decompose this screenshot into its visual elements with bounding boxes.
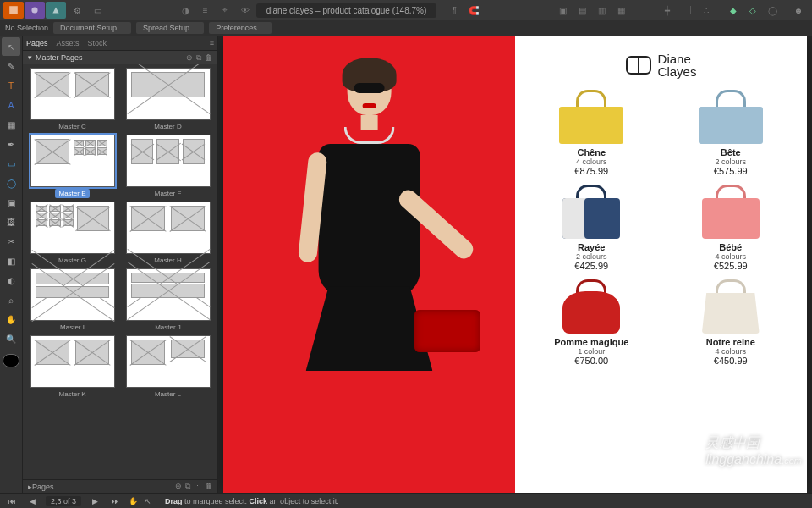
product-colours: 4 colours [715,347,746,356]
view-hand-tool[interactable]: ✋ [2,310,20,329]
product-item: Chêne4 colours€875.99 [530,90,653,176]
toggle-baseline-icon[interactable]: ≡ [196,2,215,19]
place-image-tool[interactable]: 🖼 [2,213,20,231]
tab-assets[interactable]: Assets [57,39,80,47]
hand-hint-icon: ✋ [129,497,138,505]
master-page-item[interactable]: Master L [123,335,212,399]
bag-icon [556,279,627,334]
product-colours: 4 colours [576,157,607,166]
prev-page-button[interactable]: ◀ [25,497,39,505]
toggle-snapping-icon[interactable]: ⌖ [216,2,234,19]
page-left[interactable] [223,36,515,493]
last-page-button[interactable]: ⏭ [108,497,122,505]
master-page-label: Master I [57,323,88,332]
distribute-icon[interactable]: ∴ [697,2,716,19]
page-options-icon[interactable]: ⋯ [194,482,201,491]
preferences-button[interactable]: Preferences… [209,22,272,34]
duplicate-page-icon[interactable]: ⧉ [185,482,190,491]
arrange-back-icon[interactable]: ▣ [553,2,572,19]
add-page-icon[interactable]: ⊕ [175,482,182,491]
tool-rail: ↖ ✎ T A ▦ ✒ ▭ ◯ ▣ 🖼 ✂ ◧ ◐ ⌕ ✋ 🔍 [0,36,22,493]
align-center-icon[interactable]: ┿ [658,2,677,19]
tab-stock[interactable]: Stock [88,39,107,47]
arrange-backward-icon[interactable]: ▤ [573,2,591,19]
master-page-item[interactable]: Master J [123,268,212,332]
master-page-label: Master D [151,122,184,131]
fill-tool[interactable]: ◧ [2,251,20,270]
product-item: Rayée2 colours€425.99 [530,185,653,271]
master-page-item[interactable]: Master I [28,268,117,332]
pen-tool[interactable]: ✒ [2,135,20,153]
stroke-fill-well[interactable] [3,354,19,367]
transparency-tool[interactable]: ◐ [2,271,20,290]
duplicate-master-icon[interactable]: ⧉ [196,53,201,63]
bag-icon [695,279,766,334]
status-bar: ⏮ ◀ 2,3 of 3 ▶ ⏭ ✋ ↖ Drag to marquee sel… [0,493,812,508]
vector-crop-tool[interactable]: ✂ [2,232,20,251]
page-counter[interactable]: 2,3 of 3 [46,496,81,506]
master-page-item[interactable]: Master D [123,68,212,131]
context-toolbar: No Selection Document Setup… Spread Setu… [0,20,812,36]
view-mode-icon[interactable]: 👁 [236,2,255,19]
master-page-item[interactable]: Master K [28,335,117,399]
next-page-button[interactable]: ▶ [88,497,102,505]
master-page-item[interactable]: Master C [28,68,117,131]
bag-icon [556,90,627,144]
status-hint: Drag to marquee select. Click an object … [165,497,339,505]
app-tab-publisher[interactable] [3,2,24,19]
artistic-text-tool[interactable]: A [2,96,20,114]
delete-page-icon[interactable]: 🗑 [205,482,212,491]
spread-setup-button[interactable]: Spread Setup… [136,22,204,34]
colour-picker-tool[interactable]: ⌕ [2,290,20,309]
align-left-icon[interactable]: ⎸ [639,2,657,19]
master-page-item[interactable]: Master F [123,135,212,198]
canvas[interactable]: Diane Clayes Chêne4 colours€875.99Bête2 … [218,36,812,493]
document-setup-button[interactable]: Document Setup… [53,22,131,34]
text-frame-tool[interactable]: T [2,76,20,95]
node-tool[interactable]: ✎ [2,57,20,75]
master-pages-header: Master Pages [36,53,83,62]
zoom-tool[interactable]: 🔍 [2,329,20,348]
delete-master-icon[interactable]: 🗑 [205,53,212,63]
picture-frame-tool[interactable]: ▣ [2,193,20,212]
brand-lockup: Diane Clayes [626,52,697,78]
product-colours: 2 colours [576,252,607,261]
insert-green2-icon[interactable]: ◇ [743,2,762,19]
master-page-label: Master K [55,389,89,399]
master-page-label: Master F [151,189,185,198]
master-page-label: Master J [151,323,184,332]
master-page-label: Master H [151,256,184,265]
insert-circle-icon[interactable]: ◯ [763,2,782,19]
insert-green1-icon[interactable]: ◆ [724,2,743,19]
shape-rectangle-tool[interactable]: ▭ [2,154,20,173]
table-tool[interactable]: ▦ [2,115,20,134]
persona-settings-icon[interactable]: ⚙ [68,2,86,19]
arrange-front-icon[interactable]: ▦ [612,2,630,19]
product-price: €450.99 [714,356,748,366]
product-name: Bébé [719,242,742,252]
first-page-button[interactable]: ⏮ [5,497,19,505]
app-tab-designer[interactable] [46,2,66,19]
bag-icon [556,185,627,239]
app-tab-photo[interactable] [25,2,45,19]
arrange-forward-icon[interactable]: ▥ [592,2,611,19]
display-icon[interactable]: ▭ [88,2,107,19]
magnet-icon[interactable]: 🧲 [464,2,483,19]
textflow-icon[interactable]: ¶ [445,2,464,19]
disclosure-icon[interactable]: ▾ [28,53,32,62]
move-tool[interactable]: ↖ [2,37,20,56]
product-price: €425.99 [574,261,608,271]
bag-icon [695,90,766,144]
document-title[interactable]: diane clayes – product catalogue (148.7%… [256,3,437,18]
align-right-icon[interactable]: ⎹ [678,2,696,19]
master-page-item[interactable]: Master E [28,135,117,198]
toggle-preview-icon[interactable]: ◑ [177,2,195,19]
page-right[interactable]: Diane Clayes Chêne4 colours€875.99Bête2 … [515,36,807,493]
add-master-icon[interactable]: ⊕ [186,53,193,63]
spread[interactable]: Diane Clayes Chêne4 colours€875.99Bête2 … [223,36,807,493]
tab-pages[interactable]: Pages [26,39,48,47]
account-icon[interactable]: ☻ [788,2,809,19]
panel-menu-icon[interactable]: ≡ [210,39,214,47]
brand-line2: Clayes [658,65,697,78]
shape-ellipse-tool[interactable]: ◯ [2,174,20,192]
